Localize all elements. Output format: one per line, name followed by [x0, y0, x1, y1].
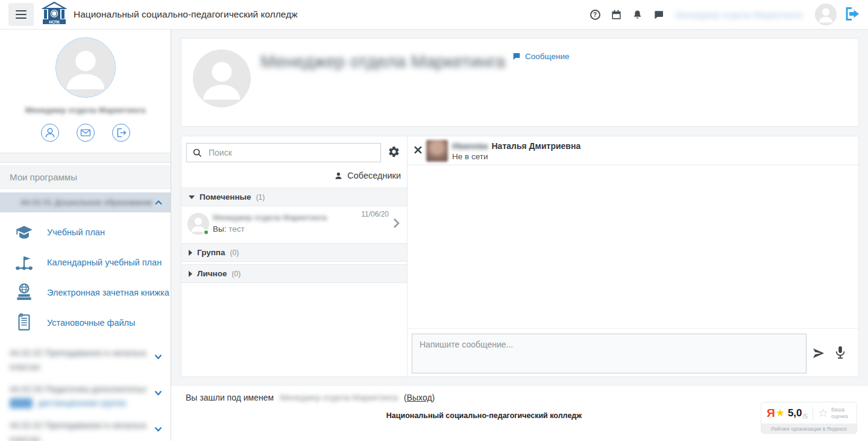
section-label: Группа [197, 248, 225, 257]
settings-gear-icon[interactable] [386, 145, 401, 160]
sidebar-program-active[interactable]: 44.02.01 Дошкольное образование [0, 192, 171, 212]
sidebar-item-setup-files[interactable]: Установочные файлы [0, 308, 171, 338]
program-badge-blurred [10, 398, 33, 408]
triangle-right-icon [189, 271, 192, 277]
section-label: Личное [197, 269, 227, 278]
send-message-link[interactable]: Сообщение [512, 52, 569, 61]
program-name-blurred: классах [10, 360, 146, 374]
chevron-up-icon [155, 200, 162, 205]
person-icon [334, 171, 343, 180]
program-name-blurred: 44.02.03 Педагогика дополнительного [10, 382, 146, 396]
message-bubble-icon [512, 52, 521, 61]
my-programs-heading: Мои программы [0, 165, 171, 189]
search-input[interactable] [186, 143, 381, 162]
logout-icon[interactable] [843, 5, 861, 24]
your-rating-label: Ваша [831, 407, 848, 413]
sidebar-program-collapsed[interactable]: 44.02.02 Преподавание в начальных класса… [0, 419, 171, 441]
graduation-cap-icon [13, 221, 35, 243]
sidebar-profile-avatar [55, 37, 116, 98]
profile-avatar [193, 49, 251, 107]
program-name-blurred: 44.02.02 Преподавание в начальных [10, 346, 146, 360]
notifications-bell-icon[interactable] [631, 8, 644, 21]
globe-books-icon [13, 282, 35, 303]
sidebar-menu: Учебный план Календарный учебный план Эл… [0, 217, 171, 338]
sidebar-program-collapsed[interactable]: 44.02.03 Педагогика дополнительного дист… [0, 382, 171, 410]
svg-text:НСПК: НСПК [49, 20, 60, 24]
search-icon [192, 148, 203, 158]
sidebar-item-label: Электронная зачетная книжка [47, 288, 169, 297]
section-count: (0) [230, 249, 239, 257]
chevron-right-icon [393, 218, 400, 229]
sidebar-item-calendar-curriculum[interactable]: Календарный учебный план [0, 247, 171, 278]
college-logo[interactable]: НСПК [42, 1, 67, 28]
calendar-icon[interactable] [609, 8, 623, 21]
active-program-name-blurred: 44.02.01 Дошкольное образование [20, 198, 155, 207]
contacts-label: Собеседники [347, 171, 401, 180]
logout-link[interactable]: Выход [407, 393, 432, 402]
logged-in-name-blurred: Менеджер отдела Маркетинга [280, 393, 398, 402]
chat-surname-blurred: Иванова [452, 141, 488, 151]
yandex-rating-badge[interactable]: Я ★ 5,0 /5 ☆ Ваша оценка Рейтинг организ… [761, 402, 857, 434]
online-status-dot [203, 229, 209, 235]
send-icon[interactable] [811, 347, 825, 360]
preview-prefix: Вы: [213, 224, 226, 233]
sidebar-item-label: Установочные файлы [47, 318, 135, 328]
profile-title-blurred: Менеджер отдела Маркетинга [260, 52, 505, 72]
sidebar: Менеджер отдела Маркетинга Мои программы… [0, 30, 171, 441]
chat-messages-area [407, 165, 858, 328]
profile-header-card: Менеджер отдела Маркетинга Сообщение [181, 38, 859, 127]
chat-input-area [407, 328, 858, 376]
section-group[interactable]: Группа (0) [181, 243, 407, 262]
message-input[interactable] [412, 334, 807, 373]
triangle-right-icon [189, 250, 192, 256]
program-link-blurred: дистанционная группа [38, 396, 126, 410]
exit-icon[interactable] [112, 124, 130, 142]
conversation-list: Собеседники Помеченные (1) Менеджер отде… [181, 136, 407, 376]
chevron-down-icon [154, 354, 162, 360]
sidebar-item-gradebook[interactable]: Электронная зачетная книжка [0, 278, 171, 308]
conversation-item[interactable]: Менеджер отдела Маркетинга Вы: тест 11/0… [181, 206, 407, 241]
chevron-down-icon [154, 427, 162, 432]
chat-contact-name: Наталья Дмитриевна [492, 141, 581, 151]
sidebar-item-curriculum[interactable]: Учебный план [0, 217, 171, 247]
college-name-footer: Национальный социально-педагогический ко… [186, 411, 782, 420]
page-title: Национальный социально-педагогический ко… [74, 9, 298, 20]
chat-contact-photo-blurred [426, 140, 448, 162]
contacts-link[interactable]: Собеседники [181, 162, 407, 188]
section-starred[interactable]: Помеченные (1) [181, 188, 407, 206]
sidebar-item-label: Календарный учебный план [47, 258, 162, 267]
program-name-blurred: 44.02.02 Преподавание в начальных [10, 419, 146, 433]
program-name-blurred: классах [10, 433, 146, 441]
mail-icon[interactable] [77, 124, 95, 142]
microphone-icon[interactable] [833, 346, 848, 360]
preview-text: тест [228, 224, 244, 233]
page-footer: Вы зашли под именем Менеджер отдела Марк… [171, 386, 868, 441]
section-private[interactable]: Личное (0) [181, 264, 407, 283]
message-link-label: Сообщение [525, 52, 569, 61]
chat-header: Иванова Наталья Дмитриевна Не в сети [407, 136, 858, 165]
star-filled-icon: ★ [776, 407, 785, 419]
college-logo-icon: НСПК [42, 1, 67, 28]
star-outline-icon: ☆ [818, 406, 828, 420]
chevron-down-icon [154, 390, 162, 396]
messages-bubble-icon[interactable] [652, 8, 665, 21]
section-count: (1) [256, 193, 265, 201]
profile-icon[interactable] [41, 124, 59, 142]
header-username-blurred[interactable]: Менеджер отдела Маркетинга [676, 10, 811, 20]
header-avatar[interactable] [815, 4, 837, 25]
sidebar-divider [0, 153, 171, 163]
logout-paren-close: ) [432, 393, 435, 402]
sidebar-item-label: Учебный план [47, 227, 105, 237]
divider [813, 406, 813, 420]
chat-status: Не в сети [452, 152, 488, 161]
help-icon[interactable] [588, 8, 602, 21]
hamburger-menu-button[interactable] [8, 3, 34, 26]
main-content: Менеджер отдела Маркетинга Сообщение [171, 30, 868, 386]
milestone-icon [13, 252, 35, 273]
close-icon[interactable] [412, 145, 423, 156]
sidebar-profile-name-blurred: Менеджер отдела Маркетинга [0, 106, 171, 115]
top-header: НСПК Национальный социально-педагогическ… [0, 0, 868, 30]
chat-pane: Иванова Наталья Дмитриевна Не в сети [407, 136, 858, 376]
sidebar-program-collapsed[interactable]: 44.02.02 Преподавание в начальных класса… [0, 346, 171, 374]
yandex-caption: Рейтинг организации в Яндексе [761, 424, 857, 434]
